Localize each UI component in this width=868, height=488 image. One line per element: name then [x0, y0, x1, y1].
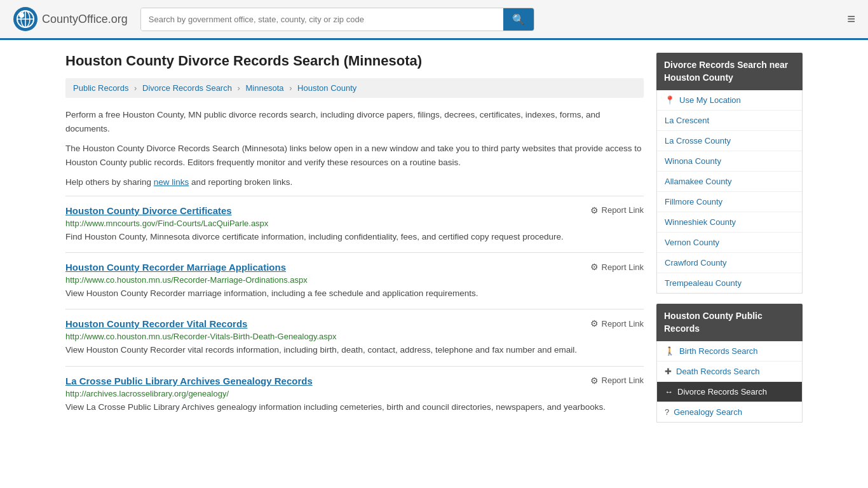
death-records-link[interactable]: Death Records Search [676, 367, 760, 376]
la-crosse-county-link[interactable]: La Crosse County [665, 136, 731, 146]
sidebar-item-birth-records[interactable]: 🚶 Birth Records Search [657, 341, 802, 362]
description-1: Perform a free Houston County, MN public… [65, 108, 644, 135]
sidebar-item-winona-county[interactable]: Winona County [657, 151, 802, 172]
record-desc-1: Find Houston County, Minnesota divorce c… [65, 231, 644, 243]
crawford-county-link[interactable]: Crawford County [665, 258, 727, 268]
record-title-3[interactable]: Houston County Recorder Vital Records [65, 318, 247, 329]
breadcrumb-public-records[interactable]: Public Records [73, 83, 128, 93]
birth-records-icon: 🚶 [665, 346, 675, 356]
description-2: The Houston County Divorce Records Searc… [65, 142, 644, 169]
record-url-2[interactable]: http://www.co.houston.mn.us/Recorder-Mar… [65, 275, 644, 285]
vernon-county-link[interactable]: Vernon County [665, 238, 719, 247]
sidebar-public-records-list: 🚶 Birth Records Search ✚ Death Records S… [656, 341, 803, 423]
la-crescent-link[interactable]: La Crescent [665, 116, 709, 125]
sidebar-item-crawford-county[interactable]: Crawford County [657, 253, 802, 273]
description-3: Help others by sharing new links and rep… [65, 175, 644, 189]
record-title-4[interactable]: La Crosse Public Library Archives Geneal… [65, 376, 313, 386]
winona-county-link[interactable]: Winona County [665, 156, 721, 166]
genealogy-link[interactable]: Genealogy Search [674, 407, 742, 417]
menu-icon[interactable]: ≡ [847, 11, 855, 27]
search-bar: 🔍 [140, 8, 534, 31]
allamakee-county-link[interactable]: Allamakee County [665, 177, 732, 186]
record-item-2: Houston County Recorder Marriage Applica… [65, 252, 644, 309]
report-icon-2: ⚙ [590, 262, 599, 272]
record-header-4: La Crosse Public Library Archives Geneal… [65, 376, 644, 386]
content-area: Houston County Divorce Records Search (M… [65, 53, 644, 433]
genealogy-icon: ? [665, 407, 669, 417]
divorce-records-icon: ↔ [665, 387, 673, 396]
record-item-3: Houston County Recorder Vital Records ⚙ … [65, 309, 644, 365]
sidebar-public-records-section: Houston County Public Records 🚶 Birth Re… [656, 304, 803, 423]
sidebar: Divorce Records Search near Houston Coun… [656, 53, 803, 433]
location-pin-icon: 📍 [665, 95, 675, 105]
report-link-1[interactable]: ⚙ Report Link [590, 205, 644, 215]
record-header-3: Houston County Recorder Vital Records ⚙ … [65, 318, 644, 329]
breadcrumb: Public Records › Divorce Records Search … [65, 78, 644, 98]
sidebar-item-la-crosse-county[interactable]: La Crosse County [657, 131, 802, 151]
birth-records-link[interactable]: Birth Records Search [679, 346, 758, 356]
new-links[interactable]: new links [154, 177, 189, 187]
sidebar-item-allamakee-county[interactable]: Allamakee County [657, 172, 802, 192]
report-icon-3: ⚙ [590, 318, 599, 329]
sidebar-item-use-my-location[interactable]: 📍 Use My Location [657, 90, 802, 111]
fillmore-county-link[interactable]: Fillmore County [665, 197, 722, 207]
record-header-1: Houston County Divorce Certificates ⚙ Re… [65, 205, 644, 216]
sidebar-item-death-records[interactable]: ✚ Death Records Search [657, 362, 802, 382]
sidebar-nearby-header: Divorce Records Search near Houston Coun… [656, 53, 803, 90]
logo[interactable]: CountyOffice.org [13, 6, 128, 32]
divorce-records-link[interactable]: Divorce Records Search [677, 387, 767, 396]
report-link-3[interactable]: ⚙ Report Link [590, 318, 644, 329]
record-title-2[interactable]: Houston County Recorder Marriage Applica… [65, 262, 286, 273]
record-item-4: La Crosse Public Library Archives Geneal… [65, 366, 644, 423]
main-container: Houston County Divorce Records Search (M… [53, 40, 815, 445]
record-url-4[interactable]: http://archives.lacrosselibrary.org/gene… [65, 389, 644, 398]
sidebar-public-records-header: Houston County Public Records [656, 304, 803, 341]
report-icon-1: ⚙ [590, 205, 599, 215]
report-link-4[interactable]: ⚙ Report Link [590, 376, 644, 386]
sidebar-item-divorce-records[interactable]: ↔ Divorce Records Search [657, 382, 802, 402]
record-header-2: Houston County Recorder Marriage Applica… [65, 262, 644, 273]
record-title-1[interactable]: Houston County Divorce Certificates [65, 205, 232, 216]
page-title: Houston County Divorce Records Search (M… [65, 53, 644, 69]
search-input[interactable] [141, 8, 503, 30]
record-url-1[interactable]: http://www.mncourts.gov/Find-Courts/LacQ… [65, 219, 644, 228]
breadcrumb-houston-county[interactable]: Houston County [297, 83, 356, 93]
use-my-location-link[interactable]: Use My Location [679, 95, 741, 105]
record-item: Houston County Divorce Certificates ⚙ Re… [65, 196, 644, 252]
sidebar-item-genealogy-search[interactable]: ? Genealogy Search [657, 402, 802, 422]
report-link-2[interactable]: ⚙ Report Link [590, 262, 644, 272]
report-icon-4: ⚙ [590, 376, 599, 386]
record-desc-4: View La Crosse Public Library Archives g… [65, 401, 644, 414]
logo-icon [13, 6, 38, 32]
death-records-icon: ✚ [665, 367, 672, 376]
sidebar-item-trempealeau-county[interactable]: Trempealeau County [657, 273, 802, 293]
breadcrumb-divorce-records[interactable]: Divorce Records Search [142, 83, 232, 93]
header: CountyOffice.org 🔍 ≡ [0, 0, 868, 40]
trempealeau-county-link[interactable]: Trempealeau County [665, 278, 742, 288]
sidebar-item-fillmore-county[interactable]: Fillmore County [657, 192, 802, 212]
sidebar-nearby-list: 📍 Use My Location La Crescent La Crosse … [656, 90, 803, 294]
sidebar-item-winneshiek-county[interactable]: Winneshiek County [657, 212, 802, 233]
record-url-3[interactable]: http://www.co.houston.mn.us/Recorder-Vit… [65, 332, 644, 341]
search-button[interactable]: 🔍 [503, 8, 534, 30]
winneshiek-county-link[interactable]: Winneshiek County [665, 217, 736, 227]
sidebar-nearby-section: Divorce Records Search near Houston Coun… [656, 53, 803, 294]
record-desc-2: View Houston County Recorder marriage in… [65, 287, 644, 300]
logo-text: CountyOffice.org [42, 13, 128, 26]
record-desc-3: View Houston County Recorder vital recor… [65, 344, 644, 356]
sidebar-item-la-crescent[interactable]: La Crescent [657, 111, 802, 131]
sidebar-item-vernon-county[interactable]: Vernon County [657, 233, 802, 253]
breadcrumb-minnesota[interactable]: Minnesota [246, 83, 284, 93]
